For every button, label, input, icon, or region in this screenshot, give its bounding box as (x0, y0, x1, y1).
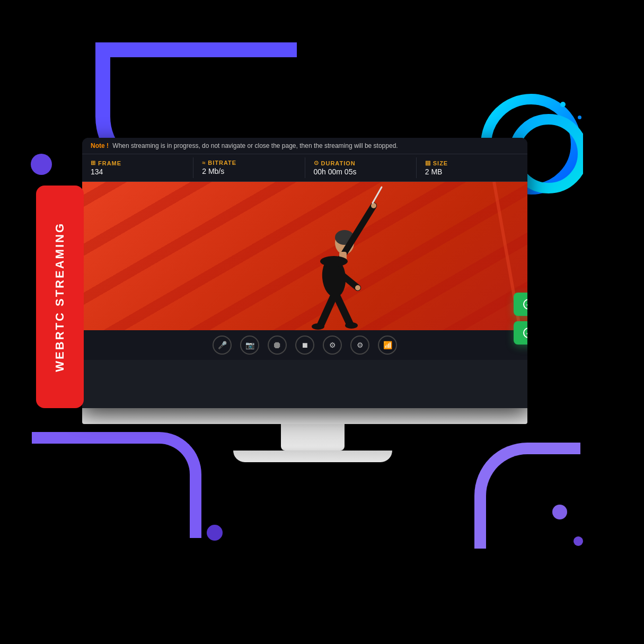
svg-line-12 (321, 296, 334, 325)
stat-bitrate-value: 2 Mb/s (202, 167, 296, 175)
dancer-svg (199, 182, 464, 330)
stat-size-value: 2 MB (425, 167, 519, 176)
record-icon: ⏺ (272, 340, 282, 351)
controls-bar: 🎤 📷 ⏺ ⏹ ⚙ ⚙ 📶 (82, 330, 527, 360)
toast-check-icon-1: ✓ (523, 299, 527, 310)
settings-button[interactable]: ⚙ (350, 336, 369, 355)
svg-line-9 (373, 187, 382, 203)
note-prefix: Note ! (91, 142, 109, 149)
deco-dot-br2 (574, 536, 583, 546)
stat-duration: ⊙ DURATION 00h 00m 05s (305, 157, 417, 178)
deco-dot-bottom (207, 525, 223, 541)
stat-frame: ⊞ FRAME 134 (82, 157, 193, 178)
stat-bitrate: ≈ BITRATE 2 Mb/s (193, 157, 305, 178)
microphone-button[interactable]: 🎤 (213, 336, 232, 355)
deco-purple-dot-left (31, 154, 52, 175)
toast-container: ✓ Started successfully ✓ Please Wait unt… (514, 293, 527, 345)
record-button[interactable]: ⏺ (268, 336, 287, 355)
monitor-stand (82, 408, 527, 424)
webrtc-label-text: WEBRTC STREAMING (53, 222, 67, 372)
svg-line-13 (337, 296, 350, 324)
video-area (82, 182, 527, 330)
frame-icon: ⊞ (91, 160, 96, 166)
dancer-scene (82, 182, 527, 330)
bitrate-icon: ≈ (202, 160, 206, 166)
toast-check-icon-2: ✓ (523, 328, 527, 338)
toast-started: ✓ Started successfully (514, 293, 527, 316)
stop-button[interactable]: ⏹ (295, 336, 314, 355)
filter-icon: ⚙ (329, 341, 336, 349)
filter-button[interactable]: ⚙ (323, 336, 342, 355)
deco-purple-curve (32, 432, 201, 538)
toast-wait: ✓ Please Wait until the stream (514, 321, 527, 345)
deco-dot-1 (560, 102, 566, 107)
duration-icon: ⊙ (314, 160, 319, 166)
stat-bitrate-label: ≈ BITRATE (202, 160, 296, 166)
settings-icon: ⚙ (357, 341, 364, 349)
stat-size: ▤ SIZE 2 MB (417, 157, 527, 178)
stop-icon: ⏹ (301, 341, 308, 349)
stat-frame-value: 134 (91, 167, 184, 176)
note-bar: Note ! When streaming is in progress, do… (82, 138, 527, 154)
svg-point-15 (345, 322, 358, 329)
deco-dot-2 (578, 116, 581, 119)
monitor-screen: Note ! When streaming is in progress, do… (82, 138, 527, 408)
size-icon: ▤ (425, 160, 431, 166)
stat-duration-label: ⊙ DURATION (314, 160, 408, 166)
svg-point-17 (320, 256, 348, 267)
monitor: Note ! When streaming is in progress, do… (82, 138, 543, 445)
stat-duration-value: 00h 00m 05s (314, 167, 408, 176)
svg-point-8 (371, 203, 376, 208)
deco-right-curve (474, 443, 580, 549)
camera-button[interactable]: 📷 (240, 336, 259, 355)
note-text: When streaming is in progress, do not na… (112, 142, 398, 149)
webrtc-label: WEBRTC STREAMING (36, 186, 84, 408)
stat-frame-label: ⊞ FRAME (91, 160, 184, 166)
signal-icon: 📶 (383, 341, 392, 349)
camera-icon: 📷 (245, 341, 254, 349)
deco-dot-br (552, 505, 567, 519)
monitor-neck (281, 424, 345, 451)
svg-point-14 (312, 323, 324, 330)
stats-bar: ⊞ FRAME 134 ≈ BITRATE 2 Mb/s ⊙ DURATION … (82, 154, 527, 182)
stat-size-label: ▤ SIZE (425, 160, 519, 166)
monitor-base (233, 451, 392, 462)
signal-button[interactable]: 📶 (378, 336, 397, 355)
microphone-icon: 🎤 (218, 341, 227, 349)
svg-point-11 (355, 285, 360, 290)
